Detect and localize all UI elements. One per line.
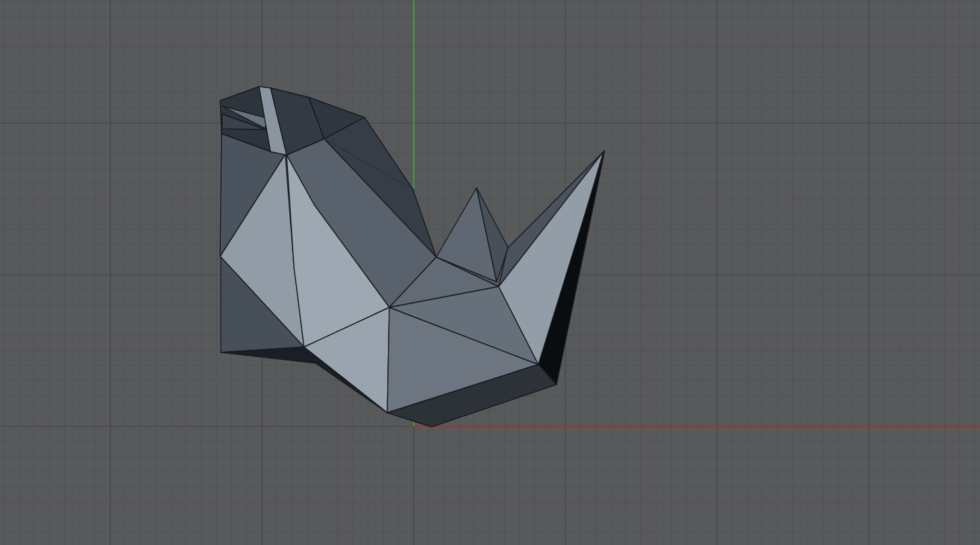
3d-viewport[interactable] xyxy=(0,0,980,545)
viewport-canvas[interactable] xyxy=(0,0,980,545)
